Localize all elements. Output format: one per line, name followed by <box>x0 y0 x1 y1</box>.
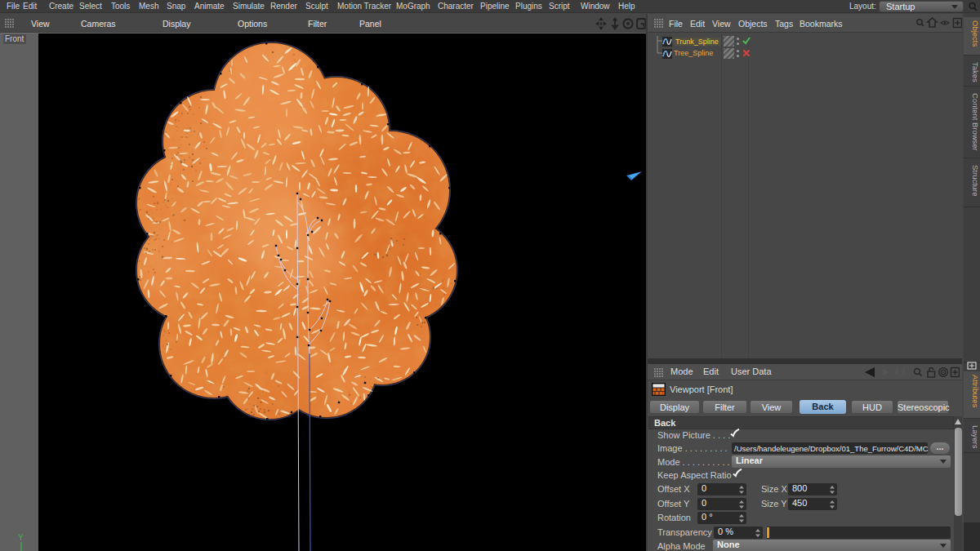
svg-text:A A: A A <box>894 368 906 377</box>
svg-text:Y: Y <box>18 533 24 542</box>
